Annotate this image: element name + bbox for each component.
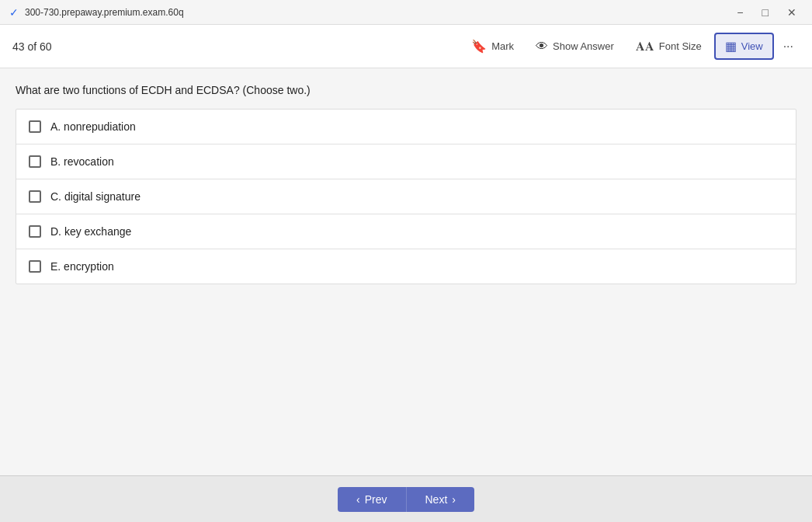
option-label: C. digital signature [50,190,141,203]
prev-button[interactable]: ‹ Prev [338,487,406,512]
view-button[interactable]: ▦ View [714,33,774,60]
prev-label: Prev [365,493,387,506]
options-container: A. nonrepudiationB. revocationC. digital… [16,109,796,284]
maximize-button[interactable]: □ [756,3,775,22]
bookmark-icon: 🔖 [471,39,487,54]
font-size-button[interactable]: 𝐀𝐀 Font Size [626,35,711,58]
close-button[interactable]: ✕ [781,3,803,22]
option-checkbox[interactable] [29,260,41,273]
question-progress: 43 of 60 [12,40,52,53]
question-text: What are two functions of ECDH and ECDSA… [16,84,796,96]
mark-button[interactable]: 🔖 Mark [462,34,523,58]
title-bar: ✓ 300-730.prepaway.premium.exam.60q − □ … [0,0,812,25]
eye-icon: 👁 [536,40,548,54]
option-checkbox[interactable] [29,155,41,168]
title-bar-controls: − □ ✕ [730,3,803,22]
view-label: View [741,40,763,52]
checkmark-icon: ✓ [9,6,19,19]
option-row[interactable]: B. revocation [16,144,796,179]
window-title: 300-730.prepaway.premium.exam.60q [25,7,184,18]
view-icon: ▦ [725,39,737,54]
toolbar: 43 of 60 🔖 Mark 👁 Show Answer 𝐀𝐀 Font Si… [0,25,812,68]
show-answer-label: Show Answer [553,40,614,52]
next-icon: › [452,493,456,506]
option-label: E. encryption [50,260,114,273]
main-content: What are two functions of ECDH and ECDSA… [0,68,812,475]
option-row[interactable]: D. key exchange [16,214,796,249]
minimize-button[interactable]: − [730,3,749,22]
next-button[interactable]: Next › [407,487,474,512]
option-row[interactable]: C. digital signature [16,179,796,214]
show-answer-button[interactable]: 👁 Show Answer [526,35,623,58]
option-label: B. revocation [50,155,114,168]
next-label: Next [425,493,448,506]
option-label: A. nonrepudiation [50,120,136,133]
mark-label: Mark [491,40,514,52]
title-bar-left: ✓ 300-730.prepaway.premium.exam.60q [9,6,184,19]
footer: ‹ Prev Next › [0,475,812,522]
option-checkbox[interactable] [29,120,41,133]
more-button[interactable]: ··· [777,35,800,58]
toolbar-actions: 🔖 Mark 👁 Show Answer 𝐀𝐀 Font Size ▦ View… [462,33,800,60]
option-label: D. key exchange [50,225,131,238]
font-size-label: Font Size [659,40,702,52]
option-row[interactable]: E. encryption [16,249,796,284]
option-row[interactable]: A. nonrepudiation [16,110,796,144]
prev-icon: ‹ [356,493,360,506]
option-checkbox[interactable] [29,225,41,238]
option-checkbox[interactable] [29,190,41,203]
font-icon: 𝐀𝐀 [636,40,654,54]
